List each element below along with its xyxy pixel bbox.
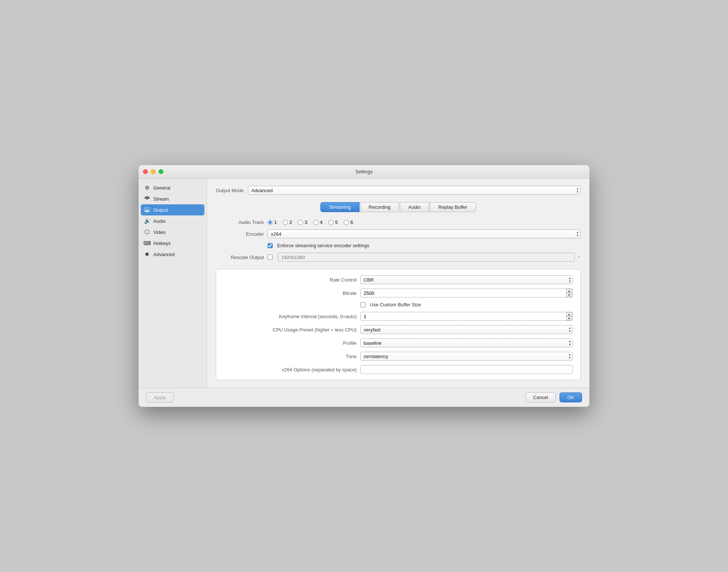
cpu-preset-row: CPU Usage Preset (higher = less CPU) ver… bbox=[224, 325, 573, 334]
content-area: ⚙ General Stream bbox=[139, 178, 589, 388]
x264-options-label: x264 Options (separated by space) bbox=[224, 367, 357, 372]
audio-track-2[interactable]: 2 bbox=[283, 219, 292, 225]
advanced-icon: ✱ bbox=[144, 251, 150, 258]
output-mode-label: Output Mode bbox=[216, 188, 244, 193]
tune-select[interactable]: zerolatency film animation grain bbox=[360, 352, 573, 361]
bitrate-decrement[interactable]: ▼ bbox=[566, 293, 572, 297]
tab-replay-buffer[interactable]: Replay Buffer bbox=[430, 202, 476, 212]
rescale-checkbox[interactable] bbox=[268, 255, 273, 260]
sidebar-label-audio: Audio bbox=[153, 218, 166, 224]
sidebar-label-video: Video bbox=[153, 229, 166, 235]
output-icon bbox=[144, 207, 150, 213]
tune-row: Tune zerolatency film animation grain ▲ … bbox=[224, 352, 573, 361]
audio-track-5[interactable]: 5 bbox=[329, 219, 338, 225]
profile-select-wrapper: baseline main high ▲ ▼ bbox=[360, 338, 573, 347]
ok-button[interactable]: OK bbox=[559, 392, 582, 402]
bitrate-label: Bitrate bbox=[224, 290, 357, 296]
custom-buffer-checkbox[interactable] bbox=[360, 302, 365, 307]
enforce-checkbox-label[interactable]: Enforce streaming service encoder settin… bbox=[268, 243, 369, 248]
bitrate-increment[interactable]: ▲ bbox=[566, 289, 572, 293]
x264-options-row: x264 Options (separated by space) bbox=[224, 365, 573, 374]
enforce-checkbox[interactable] bbox=[268, 243, 273, 248]
audio-track-1[interactable]: 1 bbox=[268, 219, 277, 225]
rate-control-label: Rate Control bbox=[224, 277, 357, 283]
tabs-row: Streaming Recording Audio Replay Buffer bbox=[216, 202, 581, 212]
sidebar-item-general[interactable]: ⚙ General bbox=[139, 182, 207, 193]
cpu-preset-select[interactable]: veryfast faster fast medium slow slower … bbox=[360, 325, 573, 334]
rescale-arrows: ▼ bbox=[578, 256, 581, 259]
sidebar-label-hotkeys: Hotkeys bbox=[153, 241, 171, 246]
sidebar: ⚙ General Stream bbox=[139, 178, 207, 388]
svg-line-4 bbox=[146, 209, 147, 210]
tune-select-wrapper: zerolatency film animation grain ▲ ▼ bbox=[360, 352, 573, 361]
bitrate-input[interactable] bbox=[360, 289, 573, 297]
keyframe-decrement[interactable]: ▼ bbox=[566, 316, 572, 320]
encoder-select[interactable]: x264 NVENC bbox=[268, 229, 581, 238]
footer: Apply Cancel OK bbox=[139, 388, 589, 407]
apply-button[interactable]: Apply bbox=[146, 392, 174, 402]
rescale-select-wrapper bbox=[278, 253, 575, 262]
audio-track-4[interactable]: 4 bbox=[313, 219, 323, 225]
rescale-control: ▼ bbox=[268, 253, 581, 262]
sidebar-label-general: General bbox=[153, 185, 170, 191]
keyframe-row: Keyframe Interval (seconds, 0=auto) ▲ ▼ bbox=[224, 312, 573, 321]
close-button[interactable] bbox=[143, 169, 148, 174]
custom-buffer-text: Use Custom Buffer Size bbox=[370, 302, 421, 307]
keyframe-spinner: ▲ ▼ bbox=[360, 312, 573, 321]
sidebar-item-output[interactable]: Output bbox=[141, 204, 204, 215]
rescale-output-row: Rescale Output ▼ bbox=[216, 253, 581, 262]
custom-buffer-label[interactable]: Use Custom Buffer Size bbox=[360, 302, 421, 307]
audio-track-6[interactable]: 6 bbox=[344, 219, 353, 225]
title-bar: Settings bbox=[139, 165, 589, 178]
main-content: Output Mode Advanced Simple ▲ ▼ Streamin… bbox=[207, 178, 589, 388]
keyframe-label: Keyframe Interval (seconds, 0=auto) bbox=[224, 314, 357, 319]
hotkeys-icon: ⌨ bbox=[144, 240, 150, 246]
audio-track-3[interactable]: 3 bbox=[298, 219, 307, 225]
sidebar-item-video[interactable]: 🖵 Video bbox=[139, 227, 207, 238]
tab-audio[interactable]: Audio bbox=[400, 202, 429, 212]
cancel-button[interactable]: Cancel bbox=[525, 392, 556, 402]
cpu-preset-label: CPU Usage Preset (higher = less CPU) bbox=[224, 327, 357, 333]
sidebar-item-audio[interactable]: 🔊 Audio bbox=[139, 215, 207, 227]
video-icon: 🖵 bbox=[144, 229, 150, 235]
keyframe-input[interactable] bbox=[360, 312, 573, 321]
profile-select[interactable]: baseline main high bbox=[360, 338, 573, 347]
output-mode-select-wrapper: Advanced Simple ▲ ▼ bbox=[248, 186, 581, 195]
keyframe-increment[interactable]: ▲ bbox=[566, 312, 572, 316]
rate-control-select-wrapper: CBR VBR ABR ▲ ▼ bbox=[360, 275, 573, 284]
svg-point-0 bbox=[146, 198, 148, 200]
profile-row: Profile baseline main high ▲ ▼ bbox=[224, 338, 573, 347]
bitrate-spinner-btns: ▲ ▼ bbox=[566, 289, 572, 297]
audio-track-row: Audio Track 1 2 3 bbox=[216, 219, 581, 225]
cpu-preset-select-wrapper: veryfast faster fast medium slow slower … bbox=[360, 325, 573, 334]
minimize-button[interactable] bbox=[151, 169, 156, 174]
audio-track-label: Audio Track bbox=[216, 219, 264, 225]
footer-left: Apply bbox=[146, 392, 174, 402]
footer-right: Cancel OK bbox=[525, 392, 582, 402]
rate-control-row: Rate Control CBR VBR ABR ▲ ▼ bbox=[224, 275, 573, 284]
x264-options-input[interactable] bbox=[360, 365, 573, 374]
rate-control-select[interactable]: CBR VBR ABR bbox=[360, 275, 573, 284]
sidebar-item-stream[interactable]: Stream bbox=[139, 193, 207, 204]
tab-recording[interactable]: Recording bbox=[360, 202, 399, 212]
sidebar-label-stream: Stream bbox=[153, 196, 169, 202]
sidebar-item-hotkeys[interactable]: ⌨ Hotkeys bbox=[139, 238, 207, 249]
output-mode-select[interactable]: Advanced Simple bbox=[248, 186, 581, 195]
bitrate-spinner: ▲ ▼ bbox=[360, 289, 573, 297]
rescale-input bbox=[278, 253, 575, 262]
window-title: Settings bbox=[356, 169, 373, 174]
tune-label: Tune bbox=[224, 354, 357, 359]
sidebar-label-output: Output bbox=[153, 207, 168, 213]
sidebar-item-advanced[interactable]: ✱ Advanced bbox=[139, 249, 207, 260]
audio-track-radio-group: 1 2 3 4 5 bbox=[268, 219, 353, 225]
encoder-select-wrapper: x264 NVENC ▲ ▼ bbox=[268, 229, 581, 238]
bitrate-row: Bitrate ▲ ▼ bbox=[224, 289, 573, 297]
encoder-row: Encoder x264 NVENC ▲ ▼ bbox=[216, 229, 581, 238]
maximize-button[interactable] bbox=[159, 169, 163, 174]
gear-icon: ⚙ bbox=[144, 184, 150, 191]
tab-streaming[interactable]: Streaming bbox=[320, 202, 359, 212]
encoder-settings-box: Rate Control CBR VBR ABR ▲ ▼ bbox=[216, 269, 581, 380]
encoder-label: Encoder bbox=[216, 231, 264, 237]
enforce-row: Enforce streaming service encoder settin… bbox=[268, 243, 581, 248]
enforce-text: Enforce streaming service encoder settin… bbox=[277, 243, 369, 248]
